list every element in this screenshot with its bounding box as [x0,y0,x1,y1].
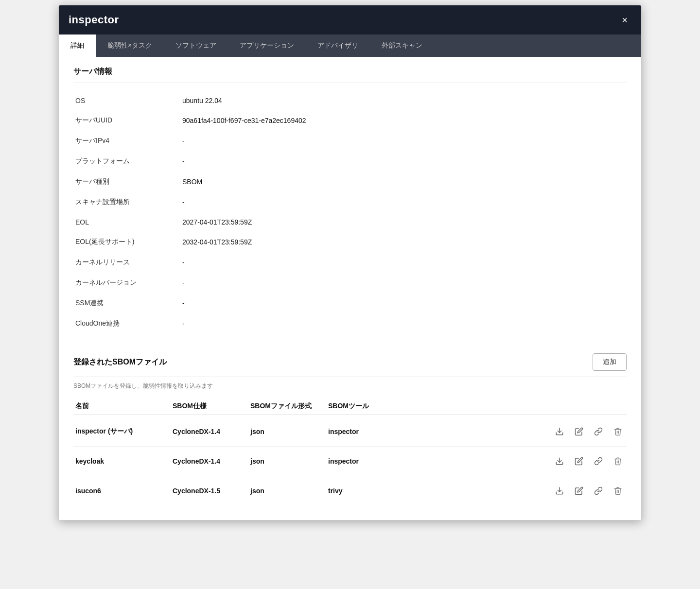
info-row-eol-extended: EOL(延長サポート) 2032-04-01T23:59:59Z [73,232,627,252]
link-icon-1[interactable] [592,454,605,468]
info-row-server-type: サーバ種別 SBOM [73,172,627,192]
sbom-format-0: json [250,428,328,435]
sbom-tool-1: inspector [328,457,547,465]
sbom-actions-0 [547,425,625,438]
inspector-window: inspector × 詳細 脆弱性×タスク ソフトウェア アプリケーション ア… [58,5,642,520]
tab-details[interactable]: 詳細 [59,35,96,57]
link-icon-2[interactable] [592,484,605,498]
info-row-uuid: サーバUUID 90a61fa4-100f-f697-ce31-e7a2ec16… [73,110,627,131]
value-cloudone: - [182,320,625,328]
tab-applications[interactable]: アプリケーション [228,35,306,57]
tab-vuln-tasks[interactable]: 脆弱性×タスク [96,35,164,57]
col-header-name: 名前 [75,402,173,411]
sbom-name-1: keycloak [75,457,173,465]
title-bar: inspector × [59,5,641,35]
download-icon-0[interactable] [553,425,566,438]
tab-software[interactable]: ソフトウェア [164,35,228,57]
tab-external-scan[interactable]: 外部スキャン [370,35,434,57]
value-uuid: 90a61fa4-100f-f697-ce31-e7a2ec169402 [182,117,625,124]
sbom-divider [73,377,627,377]
value-os: ubuntu 22.04 [182,97,625,104]
value-eol-extended: 2032-04-01T23:59:59Z [182,238,625,246]
delete-icon-1[interactable] [611,454,625,468]
sbom-spec-0: CycloneDX-1.4 [173,428,250,435]
info-row-cloudone: CloudOne連携 - [73,313,627,334]
sbom-section-title: 登録されたSBOMファイル [73,357,167,367]
label-ssm: SSM連携 [75,299,182,308]
col-header-spec: SBOM仕様 [173,402,250,411]
col-header-actions [547,402,625,411]
label-scanner-location: スキャナ設置場所 [75,198,182,207]
sbom-tool-0: inspector [328,428,547,435]
sbom-row-2: isucon6 CycloneDX-1.5 json trivy [73,476,627,505]
sbom-section: 登録されたSBOMファイル 追加 SBOMファイルを登録し、脆弱性情報を取り込み… [59,344,641,520]
sbom-format-2: json [250,487,328,495]
label-platform: プラットフォーム [75,157,182,166]
sbom-name-2: isucon6 [75,487,173,495]
sbom-header: 登録されたSBOMファイル 追加 [73,353,627,371]
edit-icon-1[interactable] [572,454,586,468]
sbom-format-1: json [250,457,328,465]
main-content: サーバ情報 OS ubuntu 22.04 サーバUUID 90a61fa4-1… [59,57,641,520]
label-ipv4: サーバIPv4 [75,137,182,145]
sbom-actions-2 [547,484,625,498]
sbom-row-0: inspector (サーバ) CycloneDX-1.4 json inspe… [73,417,627,447]
sbom-spec-1: CycloneDX-1.4 [173,457,250,465]
close-button[interactable]: × [618,13,631,27]
download-icon-2[interactable] [553,484,566,498]
tab-bar: 詳細 脆弱性×タスク ソフトウェア アプリケーション アドバイザリ 外部スキャン [59,35,641,57]
col-header-format: SBOMファイル形式 [250,402,328,411]
label-eol-extended: EOL(延長サポート) [75,238,182,246]
value-ssm: - [182,299,625,307]
info-row-kernel-version: カーネルバージョン - [73,273,627,293]
sbom-tool-2: trivy [328,487,547,495]
add-sbom-button[interactable]: 追加 [593,353,627,371]
label-kernel-version: カーネルバージョン [75,278,182,287]
value-ipv4: - [182,137,625,145]
download-icon-1[interactable] [553,454,566,468]
sbom-description: SBOMファイルを登録し、脆弱性情報を取り込みます [73,382,627,390]
info-row-kernel-release: カーネルリリース - [73,252,627,273]
sbom-actions-1 [547,454,625,468]
col-header-tool: SBOMツール [328,402,547,411]
server-info-title: サーバ情報 [73,67,627,83]
value-server-type: SBOM [182,178,625,186]
value-kernel-release: - [182,259,625,266]
edit-icon-0[interactable] [572,425,586,438]
label-uuid: サーバUUID [75,116,182,125]
sbom-spec-2: CycloneDX-1.5 [173,487,250,495]
info-row-platform: プラットフォーム - [73,151,627,172]
edit-icon-2[interactable] [572,484,586,498]
value-platform: - [182,157,625,165]
sbom-table-header: 名前 SBOM仕様 SBOMファイル形式 SBOMツール [73,398,627,415]
info-row-scanner-location: スキャナ設置場所 - [73,192,627,212]
info-row-os: OS ubuntu 22.04 [73,91,627,110]
label-eol: EOL [75,218,182,226]
link-icon-0[interactable] [592,425,605,438]
info-row-eol: EOL 2027-04-01T23:59:59Z [73,212,627,232]
sbom-name-0: inspector (サーバ) [75,427,173,436]
sbom-row-1: keycloak CycloneDX-1.4 json inspector [73,447,627,476]
value-kernel-version: - [182,279,625,287]
info-row-ipv4: サーバIPv4 - [73,131,627,151]
delete-icon-0[interactable] [611,425,625,438]
label-os: OS [75,97,182,104]
value-scanner-location: - [182,198,625,206]
label-cloudone: CloudOne連携 [75,319,182,328]
label-server-type: サーバ種別 [75,177,182,186]
window-title: inspector [69,14,119,26]
info-row-ssm: SSM連携 - [73,293,627,313]
tab-advisory[interactable]: アドバイザリ [306,35,370,57]
label-kernel-release: カーネルリリース [75,258,182,267]
delete-icon-2[interactable] [611,484,625,498]
value-eol: 2027-04-01T23:59:59Z [182,218,625,226]
server-info-section: サーバ情報 OS ubuntu 22.04 サーバUUID 90a61fa4-1… [59,57,641,344]
